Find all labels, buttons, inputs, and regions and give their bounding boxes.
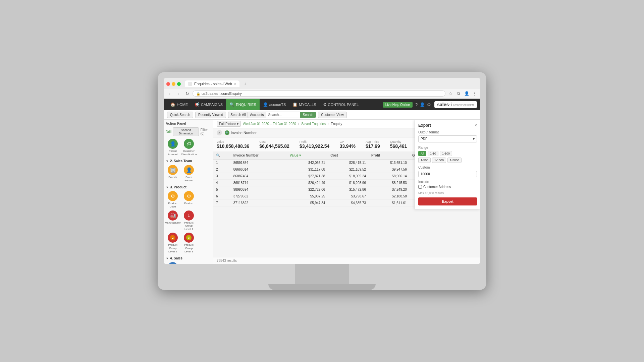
logo-area: sales-i Smarter Accounts [434,101,477,108]
customer-classification-item[interactable]: 🏷 Customer Classification [182,139,196,156]
profile-icon[interactable]: 👤 [464,90,470,97]
product-code-item[interactable]: ⚙ Product Code [166,191,180,208]
monitor-screen: Enquiries - sales-i Web × + ‹ › ↻ 🔒 us2t… [164,78,480,264]
second-dimension-button[interactable]: Second Dimension [173,127,199,136]
stat-cost-amount: $6,644,565.82 [259,143,289,149]
filter-close-button[interactable]: × [217,130,222,135]
search-go-button[interactable]: Search [300,112,316,118]
row-cost: $28,415.11 [328,159,369,166]
customer-view-button[interactable]: Customer View [318,112,347,118]
col-profit[interactable]: Profit [369,152,410,159]
full-picture-toggle[interactable]: Full Picture ▾ [217,121,241,127]
search-input-wrap [266,112,300,118]
nav-item-enquiries[interactable]: 🔍 ENQUIRIES [226,99,260,110]
date-range-breadcrumb[interactable]: Wed Jan 01 2020 – Fri Jan 31 2020 [243,122,296,126]
minimize-traffic-light[interactable] [172,82,175,86]
product-item[interactable]: ⚙ Product [182,191,196,208]
filter-link[interactable]: Filter (0) [200,128,211,135]
back-button[interactable]: ‹ [166,90,173,97]
full-picture-label: Full Picture [219,122,236,126]
quick-search-button[interactable]: Quick Search [167,112,193,118]
branch-label: Branch [168,176,177,179]
row-num: 5 [213,186,231,193]
ssl-lock-icon: 🔒 [196,92,200,96]
product-group-level2-icon: 2 [168,233,178,243]
row-num: 2 [213,166,231,173]
custom-range-input[interactable] [418,171,477,177]
drill-link[interactable]: Drill [166,130,171,134]
nav-item-home-label: HOME [177,103,188,107]
product-group-level3-label: Product Group Level 3 [182,243,196,253]
sales-arrow-icon: ▼ [166,257,169,260]
accounts-select[interactable]: Accounts [248,112,266,118]
range-1-1000-button[interactable]: 1-1000 [432,158,446,163]
product-section-header[interactable]: ▼ 3. Product [166,185,211,189]
nav-item-campaigns[interactable]: 📢 CAMPAIGNS [191,99,226,110]
product-group-level2-item[interactable]: 2 Product Group Level 2 [166,233,180,253]
monitor-stand [164,264,480,290]
refresh-button[interactable]: ↻ [184,90,191,97]
col-cost[interactable]: Cost [328,152,369,159]
manufacturer-item[interactable]: 🏭 Manufacturer [166,210,180,231]
settings-icon[interactable]: ⚙ [427,102,431,107]
row-num: 1 [213,159,231,166]
new-tab-button[interactable]: + [241,80,249,87]
range-1-100-button[interactable]: 1-100 [440,151,452,156]
row-profit: $7,249.20 [369,186,410,193]
range-1-5000-button[interactable]: 1-5000 [447,158,462,163]
output-format-select[interactable]: PDF ▾ [418,135,477,142]
range-1-10-button[interactable]: 1-10 [428,151,438,156]
forward-button[interactable]: › [175,90,182,97]
row-value: $31,117.08 [287,166,328,173]
nav-item-home[interactable]: 🏠 HOME [167,99,191,110]
row-profit: $8,215.53 [369,180,410,186]
sales-section-header[interactable]: ▼ 4. Sales [166,256,211,260]
export-button[interactable]: Export [418,197,477,205]
range-buttons-row2: 1-500 1-1000 1-5000 [418,158,477,163]
browser-tab[interactable]: Enquiries - sales-i Web × [185,80,239,87]
menu-icon[interactable]: ⋮ [472,90,478,97]
sales-person-item[interactable]: 👤 Sales Person [182,165,196,182]
level3-badge: 3 [186,235,192,240]
help-icon[interactable]: ? [415,102,418,107]
sales-person-label: Sales Person [182,176,196,182]
customer-address-checkbox[interactable] [418,185,422,189]
recently-viewed-button[interactable]: Recently Viewed [195,112,226,118]
sales-team-section-header[interactable]: ▼ 2. Sales Team [166,159,211,163]
range-1-500-button[interactable]: 1-500 [418,158,431,163]
range-all-button[interactable]: All [418,151,426,156]
bookmark-icon[interactable]: ☆ [447,90,453,97]
close-traffic-light[interactable] [166,82,170,86]
parent-account-item[interactable]: 👤 Parent Account [166,139,180,156]
search-input[interactable] [266,112,300,118]
monitor: Enquiries - sales-i Web × + ‹ › ↻ 🔒 us2t… [158,72,486,290]
col-invoice-number[interactable]: Invoice Number [231,152,287,159]
product-group-level3-item[interactable]: 3 Product Group Level 3 [182,233,196,253]
stat-gp-label: GP [339,140,355,143]
main-content: Action Panel Drill Second Dimension Filt… [164,120,480,264]
extensions-icon[interactable]: ⧉ [455,90,462,97]
product-group-level1-label: Product Group Level 1 [182,221,196,231]
logo-sub: Smarter Accounts [453,103,474,106]
live-help-button[interactable]: Live Help Online [383,102,413,108]
nav-item-control-panel[interactable]: ⚙ CONTROL PANEL [320,99,362,110]
transaction-type-icon: ↔ [168,262,178,264]
nav-item-mycalls[interactable]: 📋 MYCALLS [289,99,319,110]
search-all-select[interactable]: Search All [228,112,248,118]
saved-enquiries-breadcrumb[interactable]: Saved Enquiries [301,122,326,126]
sales-team-section-title: 2. Sales Team [170,159,192,163]
row-value: $26,424.49 [287,180,328,186]
sales-section-title: 4. Sales [170,256,182,260]
tab-close-btn[interactable]: × [234,82,236,86]
col-value[interactable]: Value ▾ [287,152,328,159]
branch-item[interactable]: 🏢 Branch [166,165,180,182]
export-close-button[interactable]: × [475,123,477,128]
user-icon[interactable]: 👤 [420,102,425,107]
address-bar[interactable]: 🔒 us2t.sales-i.com/Enquiry [193,90,445,97]
maximize-traffic-light[interactable] [177,82,181,86]
product-group-level1-item[interactable]: 1 Product Group Level 1 [182,210,196,231]
row-invoice-number: 86818714 [231,180,287,186]
output-format-chevron-icon: ▾ [473,137,475,141]
transaction-type-item[interactable]: ↔ Transaction Type [166,262,180,264]
nav-item-accounts[interactable]: 👤 accounTS [260,99,289,110]
